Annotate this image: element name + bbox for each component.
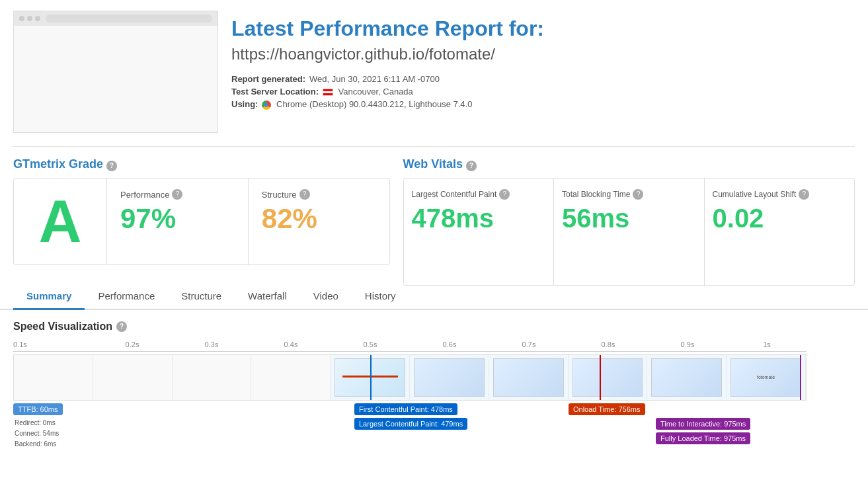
scale-mark-05: 0.5s xyxy=(331,340,410,348)
report-meta: Report generated: Wed, Jun 30, 2021 6:11… xyxy=(231,74,855,110)
ttfb-marker: TTFB: 60ms xyxy=(13,403,63,415)
test-server-value: Vancouver, Canada xyxy=(323,87,413,97)
scale-mark-02: 0.2s xyxy=(93,340,172,348)
using-value: Chrome (Desktop) 90.0.4430.212, Lighthou… xyxy=(262,99,472,110)
test-server-label: Test Server Location: xyxy=(231,87,319,97)
browser-dot-3 xyxy=(35,16,40,21)
site-screenshot: FOTOMATE Everywhere you go,Go with Fotom… xyxy=(13,11,218,133)
browser-dot-2 xyxy=(27,16,32,21)
fcp-marker: First Contentful Paint: 478ms xyxy=(354,403,457,415)
report-generated-label: Report generated: xyxy=(231,74,305,84)
report-generated-value: Wed, Jun 30, 2021 6:11 AM -0700 xyxy=(309,74,440,84)
thumb-07 xyxy=(489,355,569,400)
web-vitals-section-title: Web Vitals ? xyxy=(403,157,855,171)
report-generated-row: Report generated: Wed, Jun 30, 2021 6:11… xyxy=(231,74,855,84)
web-vitals-help-icon[interactable]: ? xyxy=(466,161,477,171)
thumb-02 xyxy=(93,355,173,400)
thumb-img-06 xyxy=(414,358,485,397)
report-url[interactable]: https://hoangvictor.github.io/fotomate/ xyxy=(231,45,855,63)
scale-mark-04: 0.4s xyxy=(251,340,331,348)
thumb-05 xyxy=(331,355,410,400)
thumb-10: fotomate xyxy=(727,355,806,400)
tab-structure[interactable]: Structure xyxy=(168,284,235,310)
ttfb-redirect: Redirect: 0ms xyxy=(15,418,59,428)
speed-help-icon[interactable]: ? xyxy=(116,321,127,332)
grade-metrics: Performance ? 97% Structure ? 82% xyxy=(106,179,389,264)
tab-performance[interactable]: Performance xyxy=(85,284,168,310)
divider-1 xyxy=(13,146,855,147)
flt-marker: Fully Loaded Time: 975ms xyxy=(656,432,750,444)
thumb-06 xyxy=(410,355,489,400)
thumb-img-08 xyxy=(572,358,643,397)
page-wrapper: FOTOMATE Everywhere you go,Go with Fotom… xyxy=(0,0,868,467)
thumbnails-row: fotomate xyxy=(13,354,807,401)
tab-video[interactable]: Video xyxy=(300,284,352,310)
structure-help-icon[interactable]: ? xyxy=(299,189,310,200)
canada-flag-icon xyxy=(323,89,333,96)
grade-letter: A xyxy=(39,192,82,251)
ttfb-details: Redirect: 0ms Connect: 54ms Backend: 6ms xyxy=(15,418,59,450)
gtmetrix-help-icon[interactable]: ? xyxy=(106,161,117,171)
scale-mark-10: 1s xyxy=(727,340,807,348)
using-row: Using: Chrome (Desktop) 90.0.4430.212, L… xyxy=(231,99,855,110)
timeline-wrapper[interactable]: 0.1s 0.2s 0.3s 0.4s 0.5s 0.6s 0.7s 0.8s … xyxy=(13,340,855,456)
structure-metric-value: 82% xyxy=(262,205,376,233)
cls-vital: Cumulative Layout Shift ? 0.02 xyxy=(704,179,854,285)
thumb-04 xyxy=(251,355,331,400)
thumb-08 xyxy=(569,355,648,400)
browser-dot-1 xyxy=(19,16,24,21)
header-section: FOTOMATE Everywhere you go,Go with Fotom… xyxy=(0,0,868,143)
chrome-icon xyxy=(262,100,271,110)
ttfb-connect: Connect: 54ms xyxy=(15,428,59,439)
onload-marker: Onload Time: 756ms xyxy=(569,403,645,415)
tabs-list: Summary Performance Structure Waterfall … xyxy=(13,284,855,309)
vitals-box: Largest Contentful Paint ? 478ms Total B… xyxy=(403,178,855,286)
tbt-label: Total Blocking Time ? xyxy=(562,189,695,200)
timeline-scale: 0.1s 0.2s 0.3s 0.4s 0.5s 0.6s 0.7s 0.8s … xyxy=(13,340,807,352)
test-server-row: Test Server Location: Vancouver, Canada xyxy=(231,87,855,97)
tab-waterfall[interactable]: Waterfall xyxy=(235,284,300,310)
cls-label: Cumulative Layout Shift ? xyxy=(713,189,846,200)
performance-metric-label: Performance ? xyxy=(120,189,235,200)
grade-box: A Performance ? 97% Structure ? xyxy=(13,178,390,265)
tbt-value: 56ms xyxy=(562,205,695,231)
grades-section: GTmetrix Grade ? A Performance ? 97% xyxy=(0,149,868,273)
structure-metric: Structure ? 82% xyxy=(248,179,389,264)
grade-letter-box: A xyxy=(14,179,106,264)
cls-value: 0.02 xyxy=(713,205,846,231)
lcp-vital: Largest Contentful Paint ? 478ms xyxy=(404,179,553,285)
scale-mark-03: 0.3s xyxy=(172,340,251,348)
markers-area: TTFB: 60ms Redirect: 0ms Connect: 54ms B… xyxy=(13,403,807,456)
cls-help-icon[interactable]: ? xyxy=(799,189,809,200)
lcp-help-icon[interactable]: ? xyxy=(499,189,510,200)
scale-mark-01: 0.1s xyxy=(13,340,93,348)
tbt-vital: Total Blocking Time ? 56ms xyxy=(553,179,703,285)
web-vitals-panel: Web Vitals ? Largest Contentful Paint ? … xyxy=(403,157,855,265)
thumb-09 xyxy=(647,355,727,400)
structure-metric-label: Structure ? xyxy=(262,189,376,200)
tabs-section: Summary Performance Structure Waterfall … xyxy=(0,284,868,310)
using-label: Using: xyxy=(231,99,258,110)
performance-metric: Performance ? 97% xyxy=(106,179,248,264)
report-title: Latest Performance Report for: xyxy=(231,16,855,41)
gtmetrix-section-title: GTmetrix Grade ? xyxy=(13,157,390,171)
lcp-label: Largest Contentful Paint ? xyxy=(412,189,545,200)
tab-summary[interactable]: Summary xyxy=(13,284,85,310)
speed-section: Speed Visualization ? 0.1s 0.2s 0.3s 0.4… xyxy=(0,310,868,467)
scale-mark-07: 0.7s xyxy=(489,340,569,348)
scale-mark-09: 0.9s xyxy=(648,340,727,348)
speed-visualization-title: Speed Visualization ? xyxy=(13,321,855,333)
thumb-03 xyxy=(173,355,252,400)
scale-mark-06: 0.6s xyxy=(410,340,489,348)
thumb-01 xyxy=(14,355,93,400)
ttfb-backend: Backend: 6ms xyxy=(15,439,59,450)
lcp-marker: Largest Contentful Paint: 479ms xyxy=(354,418,467,430)
tti-marker: Time to Interactive: 975ms xyxy=(656,418,750,430)
tbt-help-icon[interactable]: ? xyxy=(633,189,643,200)
gtmetrix-grade-panel: GTmetrix Grade ? A Performance ? 97% xyxy=(13,157,390,265)
performance-help-icon[interactable]: ? xyxy=(172,189,182,200)
tab-history[interactable]: History xyxy=(352,284,409,310)
thumb-img-10: fotomate xyxy=(730,358,801,397)
thumb-img-09 xyxy=(651,358,722,397)
thumb-img-07 xyxy=(493,358,564,397)
